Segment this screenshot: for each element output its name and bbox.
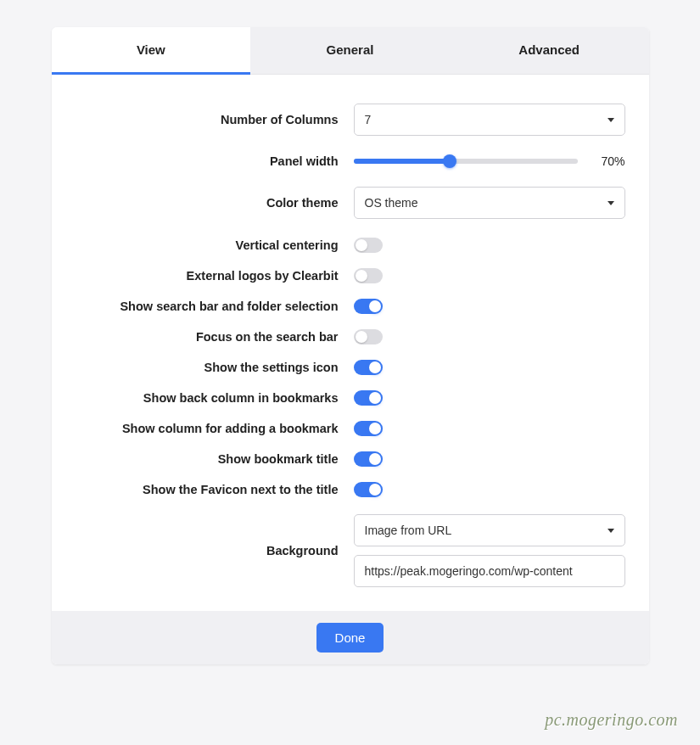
tab-view[interactable]: View	[52, 27, 251, 75]
focus-search-toggle[interactable]	[354, 329, 383, 344]
external-logos-label: External logos by Clearbit	[76, 269, 354, 283]
focus-search-label: Focus on the search bar	[76, 330, 354, 344]
toggle-knob	[369, 300, 381, 312]
panel-width-label: Panel width	[76, 154, 354, 168]
toggle-knob	[356, 331, 367, 343]
show-settings-icon-label: Show the settings icon	[76, 361, 354, 374]
background-label: Background	[76, 535, 354, 567]
caret-down-icon	[608, 529, 614, 533]
toggle-knob	[369, 484, 381, 496]
color-theme-value: OS theme	[365, 196, 418, 210]
show-add-column-toggle[interactable]	[354, 421, 383, 436]
toggle-knob	[369, 423, 381, 434]
background-type-select[interactable]: Image from URL	[354, 514, 625, 546]
show-back-column-toggle[interactable]	[354, 390, 383, 406]
toggle-knob	[369, 361, 381, 373]
external-logos-toggle[interactable]	[354, 268, 383, 283]
show-bookmark-title-label: Show bookmark title	[76, 452, 354, 466]
toggle-knob	[356, 239, 367, 251]
panel-width-value: 70%	[590, 154, 625, 168]
caret-down-icon	[608, 201, 614, 205]
watermark: pc.mogeringo.com	[545, 710, 678, 730]
tab-advanced[interactable]: Advanced	[450, 27, 649, 74]
show-bookmark-title-toggle[interactable]	[354, 451, 383, 467]
columns-value: 7	[365, 113, 372, 126]
show-settings-icon-toggle[interactable]	[354, 360, 383, 375]
tab-bar: View General Advanced	[52, 27, 649, 75]
slider-thumb[interactable]	[443, 154, 456, 168]
show-search-label: Show search bar and folder selection	[76, 300, 354, 313]
show-favicon-label: Show the Favicon next to the title	[76, 483, 354, 496]
show-favicon-toggle[interactable]	[354, 482, 383, 497]
show-search-toggle[interactable]	[354, 299, 383, 314]
tab-general[interactable]: General	[250, 27, 450, 74]
columns-label: Number of Columns	[76, 113, 354, 126]
footer: Done	[52, 611, 649, 664]
caret-down-icon	[608, 118, 614, 122]
vertical-centering-label: Vertical centering	[76, 238, 354, 252]
panel-width-slider[interactable]	[354, 159, 578, 164]
toggle-knob	[369, 453, 381, 465]
vertical-centering-toggle[interactable]	[354, 238, 383, 253]
color-theme-select[interactable]: OS theme	[354, 187, 625, 219]
done-button[interactable]: Done	[316, 623, 384, 653]
show-back-column-label: Show back column in bookmarks	[76, 391, 354, 405]
toggle-knob	[369, 392, 381, 404]
settings-panel: View General Advanced Number of Columns …	[52, 27, 649, 664]
slider-fill	[354, 159, 451, 164]
background-type-value: Image from URL	[365, 524, 452, 537]
toggle-knob	[356, 270, 367, 282]
color-theme-label: Color theme	[76, 196, 354, 210]
columns-select[interactable]: 7	[354, 104, 625, 136]
background-url-input[interactable]	[354, 555, 625, 587]
settings-content: Number of Columns 7 Panel width 70% Colo…	[52, 75, 649, 611]
show-add-column-label: Show column for adding a bookmark	[76, 422, 354, 435]
